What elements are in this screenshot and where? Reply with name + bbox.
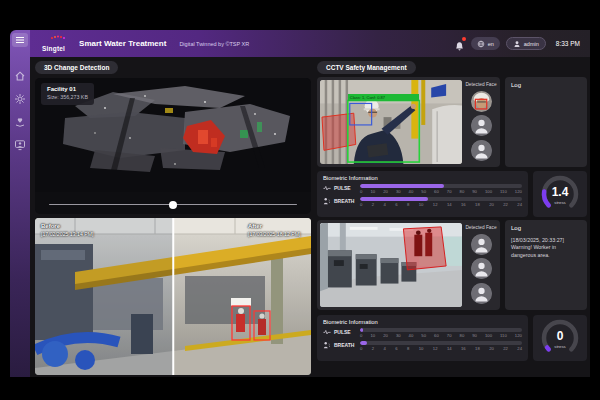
username-label: admin xyxy=(524,41,539,47)
change-detection-header: 3D Change Detection xyxy=(35,61,118,74)
person-silhouette-icon xyxy=(471,234,492,255)
biometric-panel-1: Biometric Information PULSE 010203040506… xyxy=(317,171,528,217)
cctv-frame-2 xyxy=(320,223,462,307)
before-after-comparison[interactable]: Before [17/02/2025 13:14 PM] After [17/0… xyxy=(35,218,311,375)
stress-unit: stress xyxy=(533,200,587,205)
sidebar-nav xyxy=(10,68,30,149)
log-entry: [18/03/2025, 20:33:27] Warning! Worker i… xyxy=(511,237,581,259)
worker-face-image xyxy=(471,91,492,112)
person-silhouette-icon xyxy=(471,283,492,304)
breath-scale: 024681012141618202224 xyxy=(360,202,522,207)
home-icon xyxy=(14,70,26,82)
breath-icon xyxy=(323,341,331,349)
stress-gauge-2: 0 stress xyxy=(533,315,587,361)
pulse-bar xyxy=(360,184,522,188)
topbar: Singtel Smart Water Treatment Digital Tw… xyxy=(30,30,590,57)
stress-value: 1.4 xyxy=(533,186,587,198)
user-menu[interactable]: admin xyxy=(506,37,546,50)
cctv-header: CCTV Safety Management xyxy=(317,61,416,74)
cctv-card-2: Detected Face xyxy=(317,220,500,310)
before-label: Before [17/02/2025 13:14 PM] xyxy=(41,223,94,238)
singtel-dots-icon xyxy=(51,37,53,39)
sidebar-item-monitoring[interactable] xyxy=(14,137,26,149)
pulse-row: PULSE 0102030405060708090100110120 xyxy=(323,328,522,338)
breath-icon xyxy=(323,197,331,205)
log-panel-1: Log xyxy=(505,77,587,167)
language-label: en xyxy=(488,41,494,47)
app-subtitle: Digital Twinned by ©TSP XR xyxy=(179,41,249,47)
after-label: After [17/03/2025 18:12 PM] xyxy=(248,223,301,238)
gear-icon xyxy=(14,93,26,105)
globe-icon xyxy=(477,40,485,48)
pulse-icon xyxy=(323,328,331,336)
log-title: Log xyxy=(511,82,581,88)
sidebar-item-settings[interactable] xyxy=(14,91,26,103)
log-title: Log xyxy=(511,225,581,231)
person-silhouette-icon xyxy=(471,140,492,161)
pulse-scale: 0102030405060708090100110120 xyxy=(360,333,522,338)
cctv-title: CCTV Safety Management xyxy=(326,64,407,71)
biometric-title: Biometric Information xyxy=(323,175,522,181)
person-icon xyxy=(513,40,521,48)
cctv-feed-2[interactable] xyxy=(320,223,462,307)
app-title: Smart Water Treatment xyxy=(79,39,166,48)
biometric-panel-2: Biometric Information PULSE 010203040506… xyxy=(317,315,528,361)
topbar-actions: en admin 8:33 PM xyxy=(454,37,582,50)
change-detection-title: 3D Change Detection xyxy=(44,64,109,71)
detected-face-photo[interactable] xyxy=(471,91,492,112)
biometric-title: Biometric Information xyxy=(323,319,522,325)
clock: 8:33 PM xyxy=(556,40,580,47)
pulse-scale: 0102030405060708090100110120 xyxy=(360,189,522,194)
stress-unit: stress xyxy=(533,344,587,349)
pointcloud-viewer[interactable]: Facility 01 Size: 356,273 KB xyxy=(35,78,311,214)
facility-size: Size: 356,273 KB xyxy=(47,94,88,100)
facility-tag: Facility 01 Size: 356,273 KB xyxy=(41,83,94,105)
sidebar-item-home[interactable] xyxy=(14,68,26,80)
face-placeholder[interactable] xyxy=(471,234,492,255)
breath-row: BREATH 024681012141618202224 xyxy=(323,341,522,351)
change-detection-panel: 3D Change Detection Facility 01 Size: 35… xyxy=(35,57,311,377)
sidebar xyxy=(10,30,30,377)
pulse-icon xyxy=(323,184,331,192)
face-placeholder[interactable] xyxy=(471,258,492,279)
language-selector[interactable]: en xyxy=(471,37,500,50)
screen: Singtel Smart Water Treatment Digital Tw… xyxy=(0,0,600,400)
detection-label: Class: 1, Conf: 0.87 xyxy=(348,94,420,101)
stress-gauge-1: 1.4 stress xyxy=(533,171,587,217)
notifications-button[interactable] xyxy=(454,38,465,49)
pulse-label: PULSE xyxy=(334,329,358,335)
detected-face-column-2: Detected Face xyxy=(464,223,498,307)
compare-slider-handle[interactable] xyxy=(172,218,174,375)
cctv-panel: CCTV Safety Management xyxy=(317,57,587,377)
hamburger-menu-button[interactable] xyxy=(12,33,28,47)
cctv-feed-1[interactable]: Class: 1, Conf: 0.87 xyxy=(320,80,462,164)
log-panel-2: Log [18/03/2025, 20:33:27] Warning! Work… xyxy=(505,220,587,310)
timeline-slider[interactable] xyxy=(49,199,297,210)
face-placeholder[interactable] xyxy=(471,115,492,136)
breath-label: BREATH xyxy=(334,198,358,204)
pulse-bar xyxy=(360,328,522,332)
face-placeholder[interactable] xyxy=(471,283,492,304)
stress-value: 0 xyxy=(533,330,587,342)
pulse-label: PULSE xyxy=(334,185,358,191)
main-content: 3D Change Detection Facility 01 Size: 35… xyxy=(30,57,590,377)
notification-badge xyxy=(462,37,466,41)
hamburger-icon xyxy=(15,36,25,44)
breath-row: BREATH 024681012141618202224 xyxy=(323,197,522,207)
breath-bar xyxy=(360,197,522,201)
facility-name: Facility 01 xyxy=(47,86,88,93)
breath-scale: 024681012141618202224 xyxy=(360,346,522,351)
detected-face-label: Detected Face xyxy=(464,82,498,87)
detected-face-column-1: Detected Face xyxy=(464,80,498,164)
breath-bar xyxy=(360,341,522,345)
person-silhouette-icon xyxy=(471,258,492,279)
breath-label: BREATH xyxy=(334,342,358,348)
sidebar-item-safety-care[interactable] xyxy=(14,114,26,126)
bell-icon xyxy=(454,41,465,52)
pulse-row: PULSE 0102030405060708090100110120 xyxy=(323,184,522,194)
cctv-frame-1 xyxy=(320,80,462,164)
face-placeholder[interactable] xyxy=(471,140,492,161)
monitor-person-icon xyxy=(14,139,26,151)
detected-face-label: Detected Face xyxy=(464,225,498,230)
slider-handle[interactable] xyxy=(169,201,177,209)
